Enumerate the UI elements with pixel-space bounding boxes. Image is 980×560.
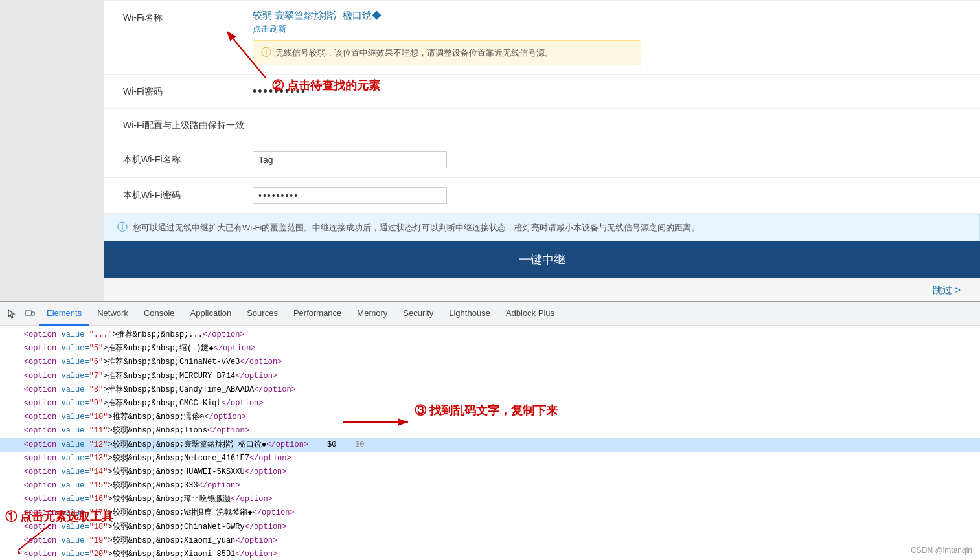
svg-line-3	[18, 524, 51, 550]
skip-link[interactable]: 跳过 >	[104, 278, 980, 303]
local-wifi-name-row: 本机Wi-Fi名称 Tag	[104, 142, 980, 178]
annotation-2-text: ② 点击待查找的元素	[272, 79, 380, 92]
tab-network[interactable]: Network	[89, 302, 136, 326]
code-line[interactable]: <option value="17">较弱&nbsp;&nbsp;W绀惧鹿 浣戟…	[0, 506, 980, 520]
code-line[interactable]: <option value="...">推荐&nbsp;&nbsp;...</o…	[0, 328, 980, 342]
code-line[interactable]: <option value="15">较弱&nbsp;&nbsp;333</op…	[0, 479, 980, 493]
info-bar: ⓘ 您可以通过无线中继扩大已有Wi-Fi的覆盖范围。中继连接成功后，通过状态灯可…	[104, 214, 980, 241]
code-line[interactable]: <option value="5">推荐&nbsp;&nbsp;绾(-)鐩◆</…	[0, 342, 980, 355]
tab-console[interactable]: Console	[136, 302, 183, 326]
svg-rect-4	[25, 311, 32, 315]
code-line[interactable]: <option value="12">较弱&nbsp;&nbsp;寰翠篁鎔旀揩氵…	[0, 438, 980, 452]
tab-security[interactable]: Security	[395, 302, 441, 326]
code-line[interactable]: <option value="14">较弱&nbsp;&nbsp;HUAWEI-…	[0, 465, 980, 479]
signal-warning: ⓘ 无线信号较弱，该位置中继效果不理想，请调整设备位置靠近无线信号源。	[253, 40, 641, 65]
wifi-name-label: Wi-Fi名称	[123, 10, 253, 24]
devtools-panel: Elements Network Console Application Sou…	[0, 301, 980, 560]
code-line[interactable]: <option value="16">较弱&nbsp;&nbsp;璋﹀晩锡溅灏<…	[0, 493, 980, 506]
tab-lighthouse[interactable]: Lighthouse	[441, 302, 498, 326]
one-click-relay-button[interactable]: 一键中继	[104, 241, 980, 278]
annotation-1-text: ① 点击元素选取工具	[5, 510, 113, 523]
wifi-name-value: 较弱 寰翠篁鎔旀揩氵楹口鎲◆	[253, 10, 382, 22]
code-line[interactable]: <option value="9">推荐&nbsp;&nbsp;CMCC-Kiq…	[0, 397, 980, 410]
left-sidebar	[0, 0, 104, 301]
code-line[interactable]: <option value="10">推荐&nbsp;&nbsp;濡傛⊙</op…	[0, 410, 980, 424]
devtools-content[interactable]: <option value="...">推荐&nbsp;&nbsp;...</o…	[0, 326, 980, 560]
local-wifi-name-value: Tag	[253, 151, 447, 168]
signal-warning-text: 无线信号较弱，该位置中继效果不理想，请调整设备位置靠近无线信号源。	[275, 47, 553, 59]
cursor-tool-button[interactable]	[3, 305, 21, 323]
code-line[interactable]: <option value="7">推荐&nbsp;&nbsp;MERCURY_…	[0, 370, 980, 383]
code-line[interactable]: <option value="6">推荐&nbsp;&nbsp;ChinaNet…	[0, 355, 980, 369]
csdn-watermark: CSDN @imtanqin	[911, 546, 972, 555]
code-line[interactable]: <option value="8">推荐&nbsp;&nbsp;CandyTim…	[0, 383, 980, 397]
code-line[interactable]: <option value="13">较弱&nbsp;&nbsp;Netcore…	[0, 452, 980, 465]
main-wrapper: Wi-Fi名称 较弱 寰翠篁鎔旀揩氵楹口鎲◆ 点击刷新 ⓘ 无线信号较弱，该位置…	[0, 0, 980, 560]
annotation-2: ② 点击待查找的元素	[272, 78, 380, 93]
info-text: 您可以通过无线中继扩大已有Wi-Fi的覆盖范围。中继连接成功后，通过状态灯可以判…	[133, 222, 700, 234]
tab-performance[interactable]: Performance	[286, 302, 349, 326]
wifi-config-row: Wi-Fi配置与上级路由保持一致	[104, 109, 980, 142]
local-wifi-password-value: •••••••••	[253, 187, 447, 204]
devtools-toolbar: Elements Network Console Application Sou…	[0, 302, 980, 326]
refresh-link[interactable]: 点击刷新	[253, 23, 967, 35]
tab-adblock[interactable]: Adblock Plus	[498, 302, 562, 326]
tab-sources[interactable]: Sources	[239, 302, 286, 326]
local-wifi-name-label: 本机Wi-Fi名称	[123, 154, 253, 166]
tab-application[interactable]: Application	[183, 302, 240, 326]
local-wifi-password-row: 本机Wi-Fi密码 •••••••••	[104, 178, 980, 214]
code-line[interactable]: <option value="11">较弱&nbsp;&nbsp;lions</…	[0, 424, 980, 438]
tab-memory[interactable]: Memory	[349, 302, 395, 326]
code-line[interactable]: <option value="18">较弱&nbsp;&nbsp;ChinaNe…	[0, 521, 980, 534]
info-icon: ⓘ	[117, 221, 128, 234]
annotation-1: ① 点击元素选取工具	[5, 509, 113, 524]
wifi-config-label: Wi-Fi配置与上级路由保持一致	[123, 120, 253, 131]
code-line[interactable]: <option value="19">较弱&nbsp;&nbsp;Xiaomi_…	[0, 534, 980, 548]
tab-elements[interactable]: Elements	[39, 302, 89, 326]
svg-line-1	[233, 39, 266, 78]
code-line[interactable]: <option value="20">较弱&nbsp;&nbsp;Xiaomi_…	[0, 548, 980, 560]
local-wifi-password-label: 本机Wi-Fi密码	[123, 190, 253, 201]
svg-rect-5	[32, 312, 34, 315]
device-toggle-button[interactable]	[21, 305, 39, 323]
